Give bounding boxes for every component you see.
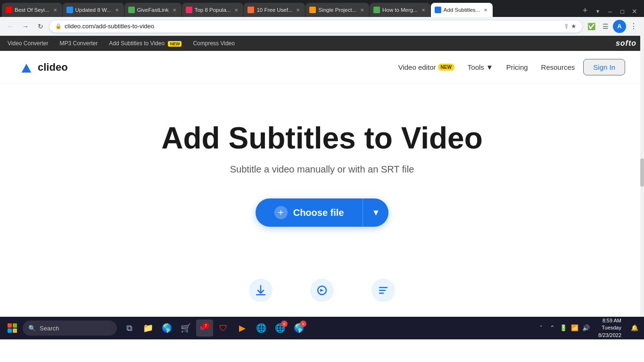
windows-logo-icon [8,323,17,333]
tab-close-button[interactable]: ✕ [295,7,301,13]
browser-tab-tab-give[interactable]: GiveFastLink ✕ [124,3,182,17]
battery-icon[interactable]: 🔋 [559,323,568,333]
start-button[interactable] [4,320,21,337]
choose-file-container: + Choose file ▼ [256,198,389,227]
address-bar[interactable]: 🔒 clideo.com/add-subtitles-to-video ⇧ ★ [49,20,583,33]
logo-text[interactable]: clideo [38,61,68,74]
hero-section: Add Subtitles to Video Subtitle a video … [0,84,644,255]
network-icon[interactable]: 📶 [570,323,579,333]
tab-label: Add Subtitles... [444,7,480,13]
sidebar-icon[interactable]: ☰ [599,20,612,33]
bookmark-icon[interactable]: ★ [571,23,577,30]
site-header: clideo Video editor NEW Tools ▼ Pricing … [0,51,644,84]
taskbar-edge[interactable]: 🌎 [158,320,175,337]
tab-label: Best Of Seyi... [15,7,50,13]
tab-close-button[interactable]: ✕ [171,7,178,13]
nav-pricing[interactable]: Pricing [502,60,533,74]
tab-favicon [186,7,192,13]
clock-date: 8/23/2022 [598,332,621,339]
taskbar-chrome[interactable]: 🌐 [253,320,270,337]
scrollbar[interactable] [640,17,644,317]
choose-file-button[interactable]: + Choose file [256,198,363,227]
taskbar-monday[interactable]: M 7 [196,320,213,337]
toolbar-right: ✅ ☰ A ⋮ [585,20,640,33]
clock-time: 8:59 AM [598,317,621,324]
section-icon-circle-2 [310,279,334,302]
browser-tab-tab-updated[interactable]: Updated 8 W... ✕ [63,3,124,17]
system-clock[interactable]: 8:59 AM Tuesday 8/23/2022 [594,317,625,339]
security-lock-icon: 🔒 [55,23,62,29]
browser-tab-tab-clideo[interactable]: Add Subtitles... ✕ [431,3,493,17]
volume-icon[interactable]: 🔊 [581,323,591,333]
browser-tab-tab-single[interactable]: Single Project... ✕ [305,3,369,17]
tab-close-button[interactable]: ✕ [114,7,120,13]
keyboard-icon[interactable]: ⌃ [547,323,557,333]
clideo-logo-icon [19,60,34,75]
tab-label: Updated 8 W... [75,7,111,13]
nav-tools[interactable]: Tools ▼ [463,60,498,74]
nav-resources[interactable]: Resources [537,60,580,74]
svg-rect-2 [256,294,265,296]
tab-close-button[interactable]: ✕ [482,7,489,13]
clock-day: Tuesday [598,324,621,331]
browser-tab-tab-yt[interactable]: Best Of Seyi... ✕ [2,3,62,17]
taskbar-mcafee[interactable]: 🛡 [215,320,232,337]
tab-favicon [373,7,380,13]
tab-favicon [309,7,316,13]
taskbar-file-explorer[interactable]: 📁 [140,320,157,337]
section-icon-circle-1 [249,279,272,302]
browser-toolbar: ← → ↻ 🔒 clideo.com/add-subtitles-to-vide… [0,17,644,36]
tab-label: Single Project... [318,7,356,13]
url-text[interactable]: clideo.com/add-subtitles-to-video [65,23,561,30]
forward-button[interactable]: → [19,20,32,33]
hero-subtitle: Subtitle a video manually or with an SRT… [230,164,414,175]
new-pill: NEW [438,64,454,71]
browser-tab-tab-monday[interactable]: Top 8 Popula... ✕ [182,3,244,17]
taskbar-search[interactable]: 🔍 Search [23,321,117,336]
share-icon[interactable]: ⇧ [564,23,569,30]
sign-in-button[interactable]: Sign In [583,59,625,75]
softo-compress-video-link[interactable]: Compress Video [193,40,235,47]
new-tab-button[interactable]: + [578,4,592,17]
tab-close-button[interactable]: ✕ [52,7,58,13]
tab-close-button[interactable]: ✕ [359,7,365,13]
search-placeholder: Search [40,325,59,332]
taskbar-task-view[interactable]: ⧉ [121,320,138,337]
browser-tab-tab-merge[interactable]: How to Merg... ✕ [370,3,430,17]
softo-add-subtitles-link[interactable]: Add Subtitles to Video NEW [109,40,182,47]
taskbar-store[interactable]: 🛒 [177,320,194,337]
search-icon: 🔍 [28,325,36,332]
browser-tab-tab-10free[interactable]: 10 Free Usef... ✕ [244,3,305,17]
address-bar-icons: ⇧ ★ [564,23,577,30]
close-window-button[interactable]: ✕ [629,6,640,17]
nav-video-editor[interactable]: Video editor NEW [394,60,459,74]
taskbar-icons: ⧉ 📁 🌎 🛒 M 7 🛡 ▶ 🌐 🌐 6 🌎 6 [121,320,307,337]
tab-label: Top 8 Popula... [195,7,231,13]
maximize-button[interactable]: ◻ [617,6,628,17]
section-icon-3 [372,279,395,302]
show-hidden-icons[interactable]: ˄ [539,325,544,331]
softo-video-converter-link[interactable]: Video Converter [8,40,49,47]
notification-button[interactable]: 🔔 [629,322,640,334]
scrollbar-thumb[interactable] [640,158,644,187]
tab-close-button[interactable]: ✕ [420,7,427,13]
taskbar-chrome-3[interactable]: 🌎 6 [290,320,307,337]
profile-button[interactable]: A [613,20,626,33]
softo-mp3-converter-link[interactable]: MP3 Converter [60,40,98,47]
tab-close-button[interactable]: ✕ [233,7,239,13]
tab-favicon [435,7,441,13]
back-button[interactable]: ← [4,20,17,33]
softo-bar: Video Converter MP3 Converter Add Subtit… [0,36,644,51]
browser-menu-button[interactable]: ⋮ [627,20,640,33]
tab-favicon [6,7,12,13]
hero-title: Add Subtitles to Video [161,122,483,155]
taskbar-vlc[interactable]: ▶ [234,320,251,337]
minimize-button[interactable]: – [604,6,616,17]
reload-button[interactable]: ↻ [34,20,47,33]
tab-list-button[interactable]: ▼ [592,6,603,17]
taskbar-chrome-2[interactable]: 🌐 6 [272,320,289,337]
tab-favicon [128,7,135,13]
extensions-icon[interactable]: ✅ [585,20,598,33]
choose-file-dropdown-button[interactable]: ▼ [363,198,388,227]
section-icons [0,269,644,302]
